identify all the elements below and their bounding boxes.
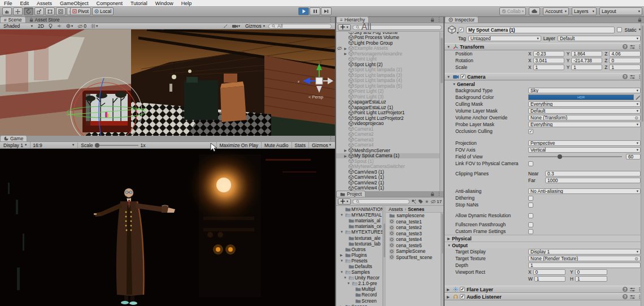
scale-slider-knob[interactable] [95,143,99,148]
audio-listener-enabled-checkbox[interactable]: ✓ [460,294,465,299]
target-display-dropdown[interactable]: Display 1▾ [528,249,641,255]
scene-lighting-toggle[interactable] [47,23,54,29]
collab-dropdown[interactable]: Collab▾ [499,7,526,15]
fullscreen-passthrough-checkbox[interactable] [528,222,533,227]
pivot-toggle-button[interactable]: Pivot [70,7,91,15]
rotation-y-field[interactable]: -214.738 [571,58,602,63]
probe-layer-mask-dropdown[interactable]: Everything▾ [528,122,641,127]
eyedropper-icon[interactable] [636,95,641,100]
project-folder-texturas-lab[interactable]: texturas_lab [336,241,382,247]
occlusion-culling-checkbox[interactable]: ✓ [528,129,533,134]
object-picker-icon[interactable]: ⊙ [634,115,638,120]
hierarchy-item-spot-light-2[interactable]: Spot Light (2) [336,62,440,67]
2d-toggle[interactable]: 2D [36,23,46,29]
hierarchy-item-camview1-1[interactable]: CamView1 (1) [336,175,440,180]
menu-help[interactable]: Help [177,0,196,7]
hierarchy-menu-icon[interactable]: ⋮ [437,17,441,22]
stats-button[interactable]: Stats [291,142,308,149]
scene-effects-dropdown[interactable]: ▾ [64,23,75,29]
inspector-scrollbar[interactable] [641,23,644,306]
hierarchy-item-meshsyncserver[interactable]: ▶MeshSyncServer [336,148,440,153]
scene-visibility-toggle[interactable]: 0 [76,23,88,29]
scene-panel-menu-icon[interactable]: ⋮ [328,17,333,22]
hierarchy-item-post-process-volume[interactable]: Post Process Volume [336,35,440,41]
hierarchy-search-input[interactable]: All [353,25,442,30]
flare-layer-enabled-checkbox[interactable]: ✓ [460,287,465,292]
lock-icon[interactable] [430,18,434,22]
account-dropdown[interactable]: Account▾ [543,7,569,15]
expand-arrow-icon[interactable]: ▼ [347,282,351,285]
project-folder-unity-recor[interactable]: ▼Unity Recor [336,275,382,281]
breadcrumb-current[interactable]: Scenes [408,206,424,212]
open-asset-icon[interactable] [411,199,416,204]
menu-window[interactable]: Window [151,0,177,7]
project-folder-presets[interactable]: ▼Presets [336,258,382,264]
viewport-h-field[interactable]: 1 [575,276,607,282]
favorites-star-icon[interactable]: ★ [425,199,429,204]
project-file-cena-teste5[interactable]: cena_teste5 [386,243,443,249]
help-icon[interactable]: ? [623,44,628,49]
help-icon[interactable]: ? [623,74,628,79]
hierarchy-item-spout-1[interactable]: Spout (1) [336,158,440,164]
breadcrumb-root[interactable]: Assets [389,206,403,212]
project-folder-plugins[interactable]: ▶Plugins [336,252,382,258]
menu-tutorial[interactable]: Tutorial [127,0,151,7]
stop-nans-checkbox[interactable] [528,202,533,208]
target-texture-object-field[interactable]: None (Render Texture)⊙ [528,256,641,261]
hierarchy-item-spot-light-lampada-4[interactable]: Spot Light lampada (4) [336,78,440,84]
culling-mask-dropdown[interactable]: Everything▾ [528,101,641,107]
expand-arrow-icon[interactable]: ▼ [340,213,345,217]
static-checkbox[interactable] [617,27,622,32]
hierarchy-item-example-assets[interactable]: ▶Example Assets [336,46,440,51]
slider-knob[interactable] [558,154,562,159]
scale-tool-button[interactable] [34,7,44,15]
hand-tool-button[interactable] [2,7,12,15]
hierarchy-scrollbar[interactable] [440,32,443,191]
project-file-samplescene[interactable]: SampleScene [386,248,443,255]
hidden-count-toggle[interactable]: 17 [430,199,442,204]
projection-dropdown[interactable]: Perspective▾ [528,140,641,146]
tab-inspector[interactable]: Inspector [445,16,478,23]
cloud-button[interactable] [529,7,540,15]
position-x-field[interactable]: -0.23 [533,51,564,57]
hierarchy-item-spot-light-luzprojetor2[interactable]: Spot Light LuzProjetor2 [336,115,440,121]
game-viewport-render[interactable] [0,149,335,306]
play-button[interactable] [298,7,309,15]
field-of-view-slider[interactable] [528,156,622,157]
hierarchy-item-light-probe-group[interactable]: Light Probe Group [336,40,440,46]
project-folder-2-1-0-pre[interactable]: ▼2.1.0-pre [336,281,382,286]
layer-dropdown[interactable]: Default▾ [558,36,641,41]
menu-gameobject[interactable]: GameObject [56,0,93,7]
far-field[interactable]: 1000 [545,178,641,183]
hierarchy-item-spot-light-lampada-3[interactable]: Spot Light lampada (3) [336,72,440,78]
project-file-cena-teste3[interactable]: cena_teste3 [386,231,443,237]
maximize-on-play-button[interactable]: Maximize On Play [216,142,262,149]
expand-arrow-icon[interactable]: ▼ [343,276,348,279]
project-folder-outros[interactable]: Outros [336,247,382,252]
gameobject-cube-icon[interactable]: ▾ [447,25,456,34]
hierarchy-item-personagemalexandre[interactable]: ▶PersonagemAlexandre [336,51,440,57]
scene-gizmos-dropdown[interactable]: Gizmos▾ [243,23,267,29]
hierarchy-item-camview4-1[interactable]: CamView4 (1) [336,186,440,191]
tab-scene[interactable]: # Scene [0,16,26,23]
expand-arrow-icon[interactable]: ▶ [340,253,345,257]
audio-listener-component-header[interactable]: ▶✓Audio Listener?⋮ [445,293,644,300]
game-panel-menu-icon[interactable]: ⋮ [328,136,333,141]
shading-mode-dropdown[interactable]: Shaded▾ [1,23,35,29]
camera-row-general[interactable]: ▼General [445,80,644,87]
hierarchy-item-camera4[interactable]: Camera4 [336,143,440,148]
project-file-cena-teste4[interactable]: cena_teste4 [386,236,443,243]
hierarchy-item-point-light-3[interactable]: Point Light (3) [336,94,440,100]
position-y-field[interactable]: 1.864 [571,51,602,57]
scene-search-input[interactable]: All [268,24,332,29]
lock-icon[interactable] [430,192,434,196]
lock-icon[interactable] [638,18,642,22]
presets-icon[interactable] [630,295,635,299]
project-file-spouttest-scene[interactable]: SpoutTest_scene [386,255,443,261]
presets-icon[interactable] [630,45,635,49]
project-folder-screen[interactable]: Screen [336,298,382,304]
rotate-tool-button[interactable] [24,7,33,15]
hierarchy-item-point-light-luzprojetor1[interactable]: Point Light LuzProjetor1 [336,110,440,116]
scale-y-field[interactable]: 1 [571,64,602,70]
rotation-z-field[interactable]: 0 [609,58,641,63]
